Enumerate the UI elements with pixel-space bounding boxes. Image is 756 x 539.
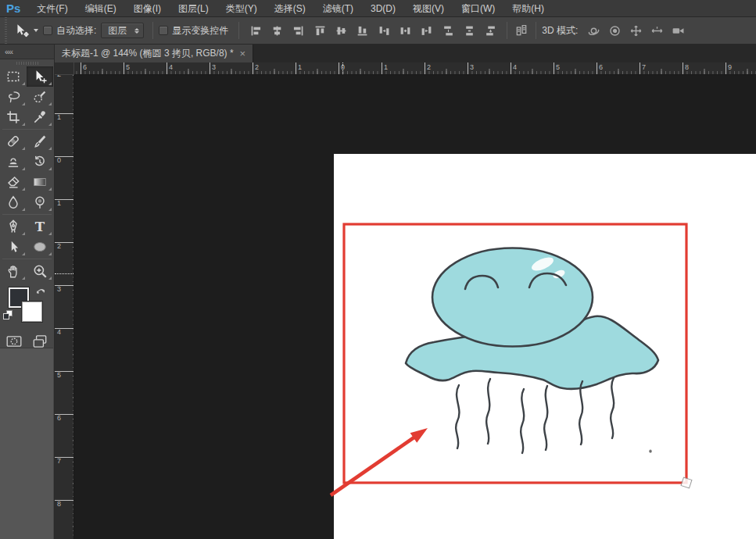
3d-orbit-icon[interactable] [585, 22, 602, 39]
jellyfish-head [432, 248, 593, 347]
ruler-tick-label: 7 [642, 63, 646, 71]
pen-tool[interactable] [0, 216, 27, 237]
toolbox-bottom-icons [0, 327, 54, 350]
ruler-tick-label: 0 [57, 156, 61, 164]
dodge-tool[interactable] [27, 192, 53, 212]
ellipse-shape-tool[interactable] [27, 237, 53, 257]
ruler-tick-label: 4 [169, 63, 173, 71]
tab-close-icon[interactable]: × [240, 48, 246, 59]
menu-filter[interactable]: 滤镜(T) [314, 0, 362, 17]
menu-3d[interactable]: 3D(D) [362, 0, 404, 17]
separator [536, 22, 536, 39]
quick-selection-tool[interactable] [27, 87, 53, 107]
document-tab-bar: 未标题-1 @ 144% (椭圆 3 拷贝, RGB/8) * × [55, 45, 756, 62]
menu-view[interactable]: 视图(V) [404, 0, 453, 17]
tool-preset-caret-icon[interactable] [34, 29, 38, 32]
auto-select-checkbox[interactable] [43, 26, 52, 35]
document-canvas[interactable] [334, 154, 756, 539]
jellyfish-drawing [334, 154, 756, 539]
distribute-group-1 [375, 22, 435, 39]
toolbox-grip-dots[interactable] [0, 59, 54, 66]
ruler-tick-label: 6 [83, 63, 87, 71]
svg-text:T: T [35, 219, 45, 234]
photoshop-logo: Ps [0, 2, 28, 15]
distribute-bottom-edges-icon[interactable] [417, 22, 435, 39]
distribute-vertical-centers-icon[interactable] [396, 22, 414, 39]
distribute-left-edges-icon[interactable] [439, 22, 457, 39]
clone-stamp-tool[interactable] [0, 152, 27, 172]
3d-camera-icon[interactable] [669, 22, 686, 39]
3d-pan-icon[interactable] [627, 22, 644, 39]
crop-tool[interactable] [0, 107, 27, 127]
menu-image[interactable]: 图像(I) [125, 0, 170, 17]
tool-separator [2, 259, 52, 259]
distribute-top-edges-icon[interactable] [375, 22, 392, 39]
3d-roll-icon[interactable] [606, 22, 623, 39]
ruler-tick-label: 5 [57, 371, 61, 379]
ruler-tick-label: 4 [57, 328, 61, 336]
swap-colors-icon[interactable] [34, 286, 47, 299]
menu-layer[interactable]: 图层(L) [170, 0, 217, 17]
menu-edit[interactable]: 编辑(E) [77, 0, 125, 17]
tool-separator [2, 129, 52, 130]
blur-tool[interactable] [0, 192, 27, 212]
gradient-tool[interactable] [27, 172, 53, 192]
show-transform-checkbox[interactable] [159, 26, 168, 35]
history-brush-tool[interactable] [27, 152, 53, 172]
ruler-tick-label: 4 [513, 63, 517, 71]
move-tool-icon [13, 22, 30, 39]
menu-window[interactable]: 窗口(W) [453, 0, 503, 17]
type-tool[interactable]: T [27, 216, 53, 237]
ruler-tick-label: 6 [57, 414, 61, 422]
spot-healing-brush-tool[interactable] [0, 131, 27, 152]
ruler-origin-corner[interactable] [55, 62, 74, 75]
menu-select[interactable]: 选择(S) [266, 0, 314, 17]
background-color-swatch[interactable] [22, 302, 42, 322]
eraser-tool[interactable] [0, 172, 27, 192]
ruler-tick-label: 5 [126, 63, 130, 71]
path-selection-tool[interactable] [0, 237, 27, 257]
default-swatches-icon[interactable] [2, 309, 14, 323]
document-tab-title: 未标题-1 @ 144% (椭圆 3 拷贝, RGB/8) * [62, 47, 234, 60]
vertical-ruler[interactable]: 21012345678 [55, 75, 74, 539]
align-horizontal-centers-icon[interactable] [268, 22, 285, 39]
mode-3d-group [585, 22, 686, 39]
horizontal-ruler[interactable]: 6543210123456789 [74, 62, 756, 75]
3d-slide-icon[interactable] [648, 22, 665, 39]
auto-select-label: 自动选择: [56, 24, 96, 37]
auto-select-target-dropdown[interactable]: 图层 [101, 23, 144, 38]
distribute-horizontal-centers-icon[interactable] [460, 22, 478, 39]
distribute-right-edges-icon[interactable] [482, 22, 499, 39]
brush-tool[interactable] [27, 131, 53, 152]
move-tool[interactable] [27, 66, 53, 87]
ruler-tick-label: 7 [57, 457, 61, 465]
hand-tool[interactable] [0, 261, 27, 281]
distribute-group-2 [439, 22, 499, 39]
auto-align-layers-icon[interactable] [513, 22, 530, 39]
align-vertical-centers-icon[interactable] [332, 22, 349, 39]
lasso-tool[interactable] [0, 87, 27, 107]
menu-type[interactable]: 类型(Y) [217, 0, 266, 17]
rectangular-marquee-tool[interactable] [0, 66, 27, 87]
align-left-edges-icon[interactable] [247, 22, 264, 39]
ruler-tick-label: 2 [427, 63, 431, 71]
align-right-edges-icon[interactable] [289, 22, 306, 39]
tool-options-bar: 自动选择: 图层 显示变换控件 [0, 17, 756, 45]
collapse-chevrons-icon[interactable]: «« [0, 45, 54, 59]
eyedropper-tool[interactable] [27, 107, 53, 127]
ruler-tick-label: 3 [212, 63, 216, 71]
photoshop-window: Ps 文件(F) 编辑(E) 图像(I) 图层(L) 类型(Y) 选择(S) 滤… [0, 0, 756, 539]
align-bottom-edges-icon[interactable] [353, 22, 371, 39]
zoom-tool[interactable] [27, 261, 53, 281]
ruler-tick-label: 2 [57, 75, 61, 78]
menu-help[interactable]: 帮助(H) [503, 0, 553, 17]
ruler-tick-label: 8 [685, 63, 689, 71]
options-bar-grip[interactable] [0, 17, 7, 44]
menu-file[interactable]: 文件(F) [28, 0, 76, 17]
jellyfish-tentacles [456, 378, 614, 453]
align-top-edges-icon[interactable] [311, 22, 328, 39]
cursor-position-marker-v [55, 273, 73, 274]
ruler-tick-label: 6 [599, 63, 603, 71]
ruler-tick-label: 2 [255, 63, 259, 71]
document-tab[interactable]: 未标题-1 @ 144% (椭圆 3 拷贝, RGB/8) * × [55, 45, 253, 62]
